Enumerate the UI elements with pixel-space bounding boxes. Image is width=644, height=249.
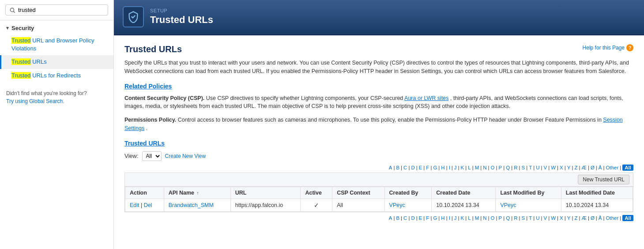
letter-K[interactable]: K [461,165,464,170]
last-modified-by-link[interactable]: VPeyc [500,202,516,208]
bottom-letter-Y[interactable]: Y [567,215,571,221]
bottom-letter-I[interactable]: I [449,215,450,221]
bottom-letter-R[interactable]: R [514,215,517,221]
letter-M[interactable]: M [475,165,479,170]
main-content: SETUP Trusted URLs Trusted URLs Help for… [114,0,644,249]
url-cell: https://app.falcon.io [230,199,301,211]
bottom-letter-E[interactable]: E [419,215,422,221]
api-name-link[interactable]: Brandwatch_SMM [169,202,214,208]
bottom-letter-S[interactable]: S [521,215,525,221]
letter-J[interactable]: J [454,165,457,170]
letter-B[interactable]: B [396,165,399,170]
bottom-letter-L[interactable]: L [468,215,471,221]
bottom-letter-D[interactable]: D [411,215,414,221]
letter-N[interactable]: N [483,165,486,170]
th-active: Active [301,187,332,199]
bottom-letter-K[interactable]: K [461,215,464,221]
letter-Y[interactable]: Y [567,165,571,170]
bottom-letter-J[interactable]: J [454,215,457,221]
page-description: Specify the URLs that you trust to inter… [124,59,633,76]
letter-G[interactable]: G [433,165,437,170]
bottom-letter-AE[interactable]: Æ [581,215,587,221]
trusted-urls-table: Action API Name ↑ URL Active CSP Context… [125,187,633,212]
csp-link[interactable]: Aura or LWR sites [404,95,449,101]
sidebar: trusted ▾ Security Trusted URL and Brows… [0,0,114,249]
view-select[interactable]: All [142,151,162,161]
new-trusted-url-button[interactable]: New Trusted URL [578,175,629,184]
letter-A[interactable]: A [389,165,392,170]
letter-Z[interactable]: Z [574,165,577,170]
create-new-view-link[interactable]: Create New View [165,153,206,159]
search-wrap: trusted [5,4,108,15]
chevron-down-icon: ▾ [6,25,9,31]
bottom-letter-V[interactable]: V [544,215,547,221]
bottom-letter-W[interactable]: W [551,215,556,221]
search-input[interactable]: trusted [18,7,104,13]
sidebar-item-label-0: Trusted URL and Browser Policy Violation… [11,37,94,52]
global-search-link[interactable]: Try using Global Search. [6,98,64,104]
setup-label: SETUP [150,8,213,13]
last-modified-by-cell: VPeyc [496,199,561,211]
sidebar-item-trusted-urls[interactable]: Trusted URLs [0,55,113,69]
bottom-letter-U[interactable]: U [536,215,539,221]
no-results-text: Didn't find what you're looking for? [6,90,87,96]
letter-All-active[interactable]: All [622,165,633,171]
letter-Other[interactable]: Other [606,165,619,170]
bottom-letter-O[interactable]: O [491,215,495,221]
bottom-letter-AA[interactable]: Å [599,215,602,221]
letter-U[interactable]: U [536,165,539,170]
letter-D[interactable]: D [411,165,414,170]
letter-L[interactable]: L [468,165,471,170]
perm-text: Control access to browser features such … [178,117,602,123]
bottom-letter-A[interactable]: A [389,215,392,221]
created-by-link[interactable]: VPeyc [389,202,405,208]
letter-I[interactable]: I [449,165,450,170]
letter-V[interactable]: V [544,165,547,170]
search-icon [9,7,15,13]
bottom-letter-T[interactable]: T [529,215,532,221]
sidebar-item-trusted-urls-redirects[interactable]: Trusted URLs for Redirects [0,69,113,82]
created-by-cell: VPeyc [384,199,432,211]
bottom-letter-B[interactable]: B [396,215,399,221]
th-created-date: Created Date [432,187,496,199]
letter-Q[interactable]: Q [506,165,510,170]
letter-S[interactable]: S [521,165,525,170]
letter-C[interactable]: C [403,165,407,170]
bottom-letter-N[interactable]: N [483,215,486,221]
letter-P[interactable]: P [499,165,502,170]
view-bar: View: All Create New View [124,151,633,161]
letter-X[interactable]: X [560,165,563,170]
bottom-letter-H[interactable]: H [441,215,444,221]
letter-O[interactable]: O [491,165,495,170]
related-policies-heading: Related Policies [124,83,633,90]
bottom-letter-P[interactable]: P [499,215,502,221]
bottom-letter-F[interactable]: F [426,215,429,221]
bottom-letter-M[interactable]: M [475,215,479,221]
letter-E[interactable]: E [419,165,422,170]
del-link[interactable]: Del [144,202,152,208]
letter-H[interactable]: H [441,165,444,170]
letter-AA[interactable]: Å [599,165,602,170]
bottom-letter-All-active[interactable]: All [622,215,633,221]
new-btn-row: New Trusted URL [124,172,633,186]
letter-F[interactable]: F [426,165,429,170]
bottom-letter-Z[interactable]: Z [574,215,577,221]
bottom-letter-OE[interactable]: Ø [591,215,595,221]
bottom-letter-G[interactable]: G [433,215,437,221]
edit-link[interactable]: Edit [130,202,139,208]
bottom-letter-X[interactable]: X [560,215,563,221]
bottom-letter-Other[interactable]: Other [606,215,619,221]
bottom-letter-C[interactable]: C [403,215,407,221]
th-url: URL [230,187,301,199]
letter-AE[interactable]: Æ [581,165,587,170]
sidebar-section-security[interactable]: ▾ Security [0,20,113,34]
letter-T[interactable]: T [529,165,532,170]
letter-OE[interactable]: Ø [591,165,595,170]
help-link[interactable]: Help for this Page ? [583,44,633,51]
sidebar-item-trusted-url-browser[interactable]: Trusted URL and Browser Policy Violation… [0,34,113,55]
bottom-letter-Q[interactable]: Q [506,215,510,221]
letter-W[interactable]: W [551,165,556,170]
letter-R[interactable]: R [514,165,517,170]
page-title: Trusted URLs [124,44,182,54]
setup-header: SETUP Trusted URLs [114,0,644,35]
